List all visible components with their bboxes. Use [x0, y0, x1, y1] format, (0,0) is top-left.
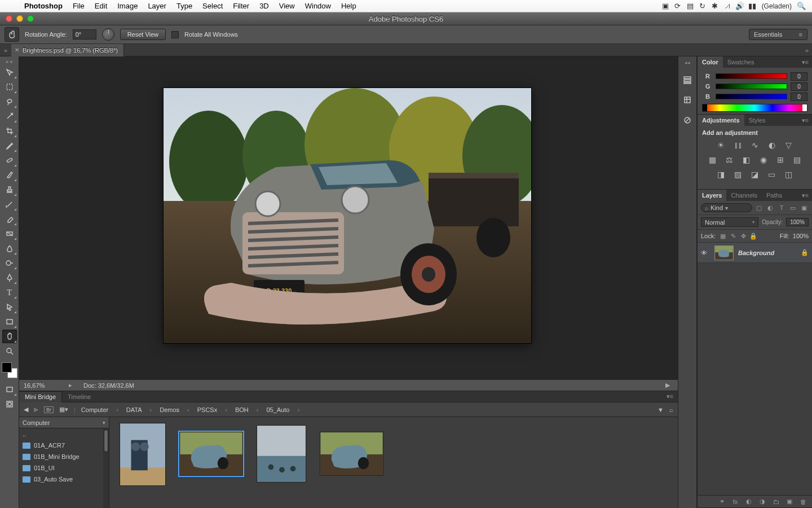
bw-adj-icon[interactable]: ◧: [741, 154, 752, 165]
threshold-adj-icon[interactable]: ◪: [749, 169, 761, 180]
gradient-map-adj-icon[interactable]: ▭: [766, 169, 778, 180]
current-tool-icon[interactable]: [5, 27, 19, 42]
bridge-icon[interactable]: Br: [44, 406, 54, 413]
lock-pixel-icon[interactable]: ✎: [729, 232, 737, 240]
view-mode-icon[interactable]: ▦▾: [59, 406, 68, 413]
posterize-adj-icon[interactable]: ▨: [732, 169, 744, 180]
zoom-level[interactable]: 16,67%: [24, 382, 58, 389]
crumb-5[interactable]: 05_Auto: [266, 406, 289, 413]
color-swatches[interactable]: [2, 362, 17, 378]
b-slider[interactable]: [716, 94, 787, 99]
tab-styles[interactable]: Styles: [744, 115, 770, 126]
menu-file[interactable]: File: [68, 2, 90, 10]
document-canvas[interactable]: D 33 330: [164, 88, 531, 343]
tools-grip[interactable]: ▸◂: [0, 59, 19, 64]
gradient-tool[interactable]: [2, 227, 17, 240]
rotation-angle-input[interactable]: [73, 29, 96, 40]
thumb-2[interactable]: [179, 432, 243, 476]
document-tab[interactable]: ✕ Brightness.psd @ 16,7% (RGB/8*): [11, 44, 124, 56]
camera-icon[interactable]: ▣: [659, 2, 672, 10]
rotate-all-checkbox[interactable]: [171, 31, 179, 38]
filter-icon[interactable]: ▼: [657, 406, 664, 413]
menu-filter[interactable]: Filter: [228, 2, 254, 10]
new-group-icon[interactable]: 🗀: [771, 498, 780, 505]
visibility-toggle-icon[interactable]: 👁: [701, 249, 710, 256]
bluetooth-icon[interactable]: ✱: [709, 2, 721, 10]
delete-layer-icon[interactable]: 🗑: [798, 498, 807, 505]
search-icon[interactable]: ⌕: [669, 406, 673, 413]
photo-filter-adj-icon[interactable]: ◉: [758, 154, 769, 165]
sync-icon[interactable]: ⟳: [672, 2, 684, 10]
invert-adj-icon[interactable]: ◨: [716, 169, 727, 180]
fx-icon[interactable]: fx: [731, 498, 740, 505]
properties-panel-icon[interactable]: [681, 94, 694, 106]
battery-icon[interactable]: ▮▮: [746, 2, 758, 10]
vibrance-adj-icon[interactable]: ▽: [783, 139, 795, 151]
wifi-icon[interactable]: ⩘: [721, 2, 734, 10]
color-spectrum[interactable]: [702, 104, 807, 112]
app-menu[interactable]: Photoshop: [19, 2, 68, 10]
g-value[interactable]: 0: [791, 82, 807, 91]
new-adj-icon[interactable]: ◑: [758, 498, 767, 505]
hue-adj-icon[interactable]: ▦: [707, 154, 718, 165]
crumb-4[interactable]: BOH: [235, 406, 249, 413]
layers-flyout-icon[interactable]: ▾≡: [798, 192, 812, 199]
tab-paths[interactable]: Paths: [762, 190, 787, 201]
menu-layer[interactable]: Layer: [143, 2, 171, 10]
b-value[interactable]: 0: [791, 93, 807, 101]
tab-close-icon[interactable]: ✕: [15, 47, 19, 53]
panel-flyout-icon[interactable]: ▾≡: [662, 393, 678, 400]
tree-item[interactable]: 03_Auto Save: [19, 474, 109, 485]
volume-icon[interactable]: 🔊: [734, 2, 746, 10]
blend-mode-select[interactable]: Normal: [701, 217, 758, 227]
tree-header[interactable]: Computer: [19, 417, 109, 428]
lock-all-icon[interactable]: 🔒: [749, 232, 757, 240]
filter-shape-icon[interactable]: ▭: [788, 203, 797, 212]
crumb-2[interactable]: Demos: [160, 406, 179, 413]
filter-pixel-icon[interactable]: ▢: [754, 203, 764, 212]
timemachine-icon[interactable]: ↻: [696, 2, 709, 10]
screen-mode[interactable]: [2, 383, 17, 396]
workspace-switcher[interactable]: Essentials: [749, 29, 807, 40]
spotlight-icon[interactable]: 🔍: [795, 2, 807, 10]
thumb-3[interactable]: [257, 425, 306, 483]
canvas-viewport[interactable]: D 33 330: [19, 56, 678, 379]
tab-layers[interactable]: Layers: [698, 190, 726, 201]
color-flyout-icon[interactable]: ▾≡: [798, 59, 812, 66]
lookup-adj-icon[interactable]: ▤: [792, 154, 803, 165]
tab-color[interactable]: Color: [698, 56, 723, 68]
mask-icon[interactable]: ◐: [744, 498, 753, 505]
thumb-1[interactable]: [120, 423, 166, 486]
tab-timeline[interactable]: Timeline: [62, 391, 96, 402]
menu-window[interactable]: Window: [300, 2, 336, 10]
tab-channels[interactable]: Channels: [726, 190, 761, 201]
angle-dial[interactable]: [102, 28, 114, 41]
tabbar-collapse-icon[interactable]: «: [0, 47, 11, 54]
layer-row-background[interactable]: 👁 Background 🔒: [698, 243, 812, 263]
menu-3d[interactable]: 3D: [254, 2, 274, 10]
menu-image[interactable]: Image: [112, 2, 143, 10]
eraser-tool[interactable]: [2, 212, 17, 226]
crumb-0[interactable]: Computer: [81, 406, 108, 413]
lasso-tool[interactable]: [2, 95, 17, 108]
tree-item[interactable]: 01A_ACR7: [19, 440, 109, 451]
tab-adjustments[interactable]: Adjustments: [698, 115, 744, 126]
curves-adj-icon[interactable]: ∿: [749, 139, 761, 151]
pen-tool[interactable]: [2, 271, 17, 284]
filter-type-icon[interactable]: T: [777, 203, 786, 212]
history-panel-icon[interactable]: [681, 73, 694, 86]
dodge-tool[interactable]: [2, 256, 17, 270]
nav-fwd-icon[interactable]: ▶: [34, 406, 38, 413]
filter-adjust-icon[interactable]: ◐: [766, 203, 775, 212]
lock-pos-icon[interactable]: ✥: [739, 232, 747, 240]
character-panel-icon[interactable]: [681, 114, 694, 126]
menu-type[interactable]: Type: [171, 2, 197, 10]
wand-tool[interactable]: [2, 110, 17, 123]
opacity-value[interactable]: 100%: [786, 218, 809, 226]
r-value[interactable]: 0: [791, 72, 807, 81]
exposure-adj-icon[interactable]: ◐: [766, 139, 778, 151]
blur-tool[interactable]: [2, 242, 17, 255]
status-flyout-icon[interactable]: ▶: [662, 382, 673, 389]
hand-tool[interactable]: [2, 330, 17, 343]
lock-trans-icon[interactable]: ▦: [719, 232, 727, 240]
